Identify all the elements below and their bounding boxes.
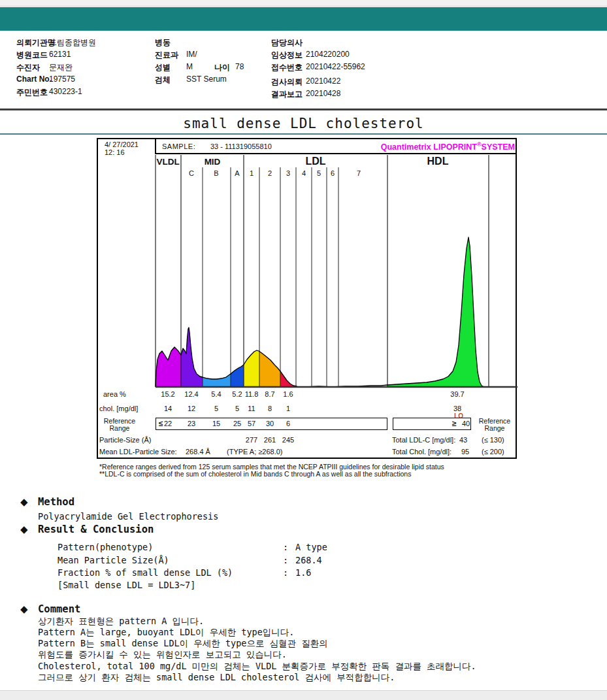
sample-id: 33 - 111319055810 [210, 142, 272, 150]
info-label-department: 진료과 [155, 50, 178, 61]
info-value-hospital-code: 62131 [49, 50, 71, 59]
result-heading: Result & Conclusion [38, 524, 154, 535]
result-colon: : [283, 567, 288, 578]
info-label-sex: 성별 [155, 62, 171, 73]
mean-size-label: Mean LDL-Particle Size: [99, 448, 177, 456]
area-mid-c: 12.4 [178, 390, 205, 398]
total-ldl-ref: (≤ 130) [482, 436, 504, 444]
ref-vldl: 22 [155, 420, 181, 427]
comment-line: 그러므로 상기 환자 검체는 small dense LDL cholester… [38, 672, 395, 684]
info-value-receipt-no: 20210422-55962 [306, 62, 365, 71]
info-value-chart-no: 197575 [49, 75, 75, 84]
info-value-sex: M [186, 62, 193, 71]
report-page: SD LDL Cholesterol 검사결과보고서 의뢰기관명 드림종합병원 … [0, 0, 607, 700]
info-value-patient: 문재완 [49, 62, 73, 73]
mean-size-type-note: (TYPE A; ≥268.0) [227, 448, 283, 456]
sample-label: SAMPLE: [162, 142, 195, 150]
result-label-mean-size: Mean Particle Size(Å) [57, 555, 169, 565]
ref-hdl: 40 [462, 420, 470, 427]
footnote-2: **LDL-C is comprised of the sum of chole… [99, 470, 411, 478]
area-vldl: 15.2 [155, 390, 181, 398]
chart-title-rule [0, 133, 607, 135]
method-heading: Method [38, 496, 74, 508]
info-label-doctor: 담당의사 [271, 37, 303, 48]
chol-row-label: chol. [mg/dl] [99, 405, 138, 412]
result-value-mean-size: 268.4 [295, 555, 322, 565]
info-value-department: IM/ [186, 50, 197, 59]
info-value-report-date: 20210428 [306, 89, 340, 98]
info-label-request-date: 검사의뢰 [271, 76, 303, 88]
diamond-bullet-icon: ◆ [20, 496, 28, 508]
bottom-strip [0, 690, 607, 700]
comment-heading: Comment [38, 603, 80, 615]
comment-line: Cholesterol, total 100 mg/dL 미만의 검체는 VLD… [38, 661, 476, 673]
total-ldl-label: Total LDL-C [mg/dl]: [392, 436, 455, 444]
electropherogram-plot [95, 155, 517, 389]
date-cell-divider [155, 138, 156, 154]
chol-vldl: 14 [155, 405, 181, 412]
mean-size-value: 268.4 Å [186, 448, 210, 456]
info-label-resident-no: 주민번호 [16, 87, 48, 98]
registered-trademark-icon: ® [477, 141, 482, 148]
info-label-chart-no: Chart No. [16, 75, 52, 84]
particle-size-label: Particle-Size (Å) [99, 436, 151, 444]
area-row-label: area % [103, 390, 126, 398]
info-value-resident-no: 430223-1 [49, 87, 82, 96]
sample-row-rule [156, 153, 517, 154]
info-label-specimen: 검체 [155, 75, 171, 86]
chol-ldl3: 1 [275, 405, 301, 412]
info-label-age: 나이 [214, 62, 230, 73]
top-strip [0, 0, 607, 7]
info-value-institution: 드림종합병원 [49, 37, 96, 48]
particle-size-ldl3: 245 [275, 436, 301, 444]
total-chol-label: Total Chol. [mg/dl]: [392, 448, 451, 456]
ref-ldl3: 6 [275, 420, 301, 427]
info-label-clinical-info: 임상정보 [271, 50, 303, 61]
result-value-pattern: A type [295, 542, 327, 552]
result-label-pattern: Pattern(phenotype) [57, 542, 153, 552]
comment-line: 상기환자 표현형은 pattern A 입니다. [38, 616, 204, 627]
info-label-patient: 수진자 [16, 62, 40, 73]
info-label-report-date: 결과보고 [271, 89, 303, 100]
result-colon: : [283, 555, 288, 565]
chol-hdl: 38 [444, 405, 470, 412]
area-hdl: 39.7 [444, 390, 470, 398]
ref-range-box-hdl [393, 418, 471, 430]
total-chol-ref: (≤ 200) [482, 448, 504, 456]
method-body: Polyacrylamide Gel Electrophoresis [38, 511, 218, 522]
result-value-fraction: 1.6 [295, 567, 311, 578]
section-divider [0, 108, 607, 110]
info-value-specimen: SST Serum [186, 75, 227, 84]
result-colon: : [283, 542, 288, 552]
run-date: 4/ 27/2021 [105, 141, 139, 148]
ref-mid-c: 23 [178, 420, 205, 427]
chart-section-title: small dense LDL cholesterol [0, 116, 607, 131]
comment-line: Pattern A는 large, buoyant LDL이 우세한 type입… [38, 627, 294, 639]
comment-line: 위험도를 증가시킬 수 있는 위험인자로 보고되고 있습니다. [38, 649, 287, 661]
total-chol-value: 95 [461, 448, 469, 456]
area-ldl3: 1.6 [275, 390, 301, 398]
report-title-bar: SD LDL Cholesterol 검사결과보고서 [0, 7, 607, 31]
info-value-age: 78 [235, 62, 244, 71]
comment-line: Pattern B는 small dense LDL이 우세한 type으로 심… [38, 638, 328, 650]
instrument-brand: Quantimetrix LIPOPRINT®SYSTEM [381, 141, 515, 152]
ref-range-label-left-2: Range [100, 424, 139, 432]
info-label-hospital-code: 병원코드 [16, 50, 48, 61]
diamond-bullet-icon: ◆ [20, 603, 28, 615]
geq-symbol: ≥ [452, 419, 457, 428]
info-label-receipt-no: 접수번호 [271, 62, 303, 73]
info-value-clinical-info: 2104220200 [306, 50, 350, 59]
result-note: [Small dense LDL = LDL3~7] [57, 580, 195, 590]
diamond-bullet-icon: ◆ [20, 524, 28, 535]
total-ldl-value: 43 [459, 436, 467, 444]
info-label-ward: 병동 [155, 37, 171, 48]
chol-mid-c: 12 [178, 405, 205, 412]
info-value-request-date: 20210422 [306, 76, 340, 86]
ref-range-label-right-2: Range [475, 424, 514, 432]
result-label-fraction: Fraction % of small dense LDL (%) [57, 567, 233, 578]
